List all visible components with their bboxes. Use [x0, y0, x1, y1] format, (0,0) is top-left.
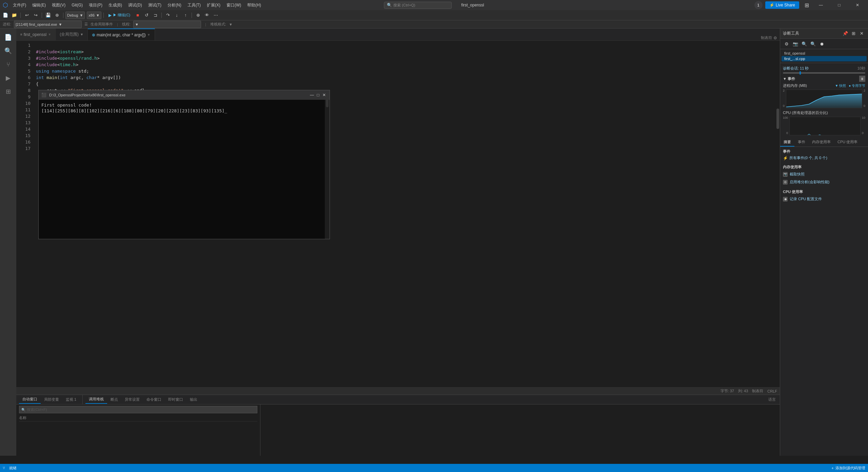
record-cpu-btn[interactable]: ⏺ 记录 CPU 配置文件	[780, 195, 868, 203]
menu-tools[interactable]: 工具(T)	[185, 2, 203, 9]
save-all-btn[interactable]: ⊕	[53, 11, 61, 19]
console-maximize-btn[interactable]: □	[315, 92, 321, 98]
layout-icon[interactable]: ⊞	[805, 2, 809, 8]
maximize-button[interactable]: □	[831, 0, 847, 10]
status-add-source[interactable]: ＋ 添加到源代码管理	[831, 466, 865, 471]
console-title-bar[interactable]: ⬛ D:\3_OpensslProject\bin\x86\first_open…	[39, 90, 330, 100]
live-share-button[interactable]: ⚡ Live Share	[765, 1, 799, 9]
activity-extensions[interactable]: ⊞	[2, 86, 14, 98]
exception-settings-tab[interactable]: 异常设置	[121, 396, 143, 403]
redo-btn[interactable]: ↪	[32, 11, 40, 19]
restart-btn[interactable]: ↺	[142, 11, 151, 19]
menu-view[interactable]: 视图(V)	[49, 2, 68, 9]
minimize-button[interactable]: —	[813, 0, 829, 10]
tab-first-openssl[interactable]: ≡ first_openssl ▼	[16, 29, 56, 40]
diagnostics-content: 诊断会话: 11 秒 10秒 ▼ 事件 ⏸	[780, 63, 868, 456]
menu-test[interactable]: 测试(T)	[145, 2, 164, 9]
search-bar[interactable]: 🔍 搜索(Ctrl+F)	[19, 406, 257, 413]
tab-scope[interactable]: (全局范围) ▼	[56, 29, 88, 40]
diagnostics-panel: 诊断工具 📌 ⊞ ✕ ⚙ 📷 🔍 🔍 ⏺ first_openssl first…	[780, 29, 868, 456]
immediate-window-tab[interactable]: 即时窗口	[165, 396, 186, 403]
watch1-tab[interactable]: 监视 1	[62, 396, 80, 403]
save-btn[interactable]: 💾	[44, 11, 52, 19]
heap-analysis-btn[interactable]: ⚙ 启用堆分析(会影响性能)	[780, 178, 868, 186]
menu-window[interactable]: 窗口(W)	[224, 2, 244, 9]
diag-search-btn[interactable]: 🔍	[801, 40, 808, 48]
diag-tab-summary[interactable]: 摘要	[780, 138, 794, 147]
console-scroll-thumb[interactable]	[326, 100, 329, 107]
menu-help[interactable]: 帮助(H)	[244, 2, 264, 9]
console-minimize-btn[interactable]: —	[309, 92, 315, 98]
activity-explorer[interactable]: 📄	[2, 31, 14, 43]
thread-dropdown[interactable]: ▼	[133, 21, 201, 28]
diag-tab-cpu-usage[interactable]: CPU 使用率	[834, 138, 861, 147]
menu-git[interactable]: Git(G)	[69, 2, 85, 8]
file-item-0[interactable]: first_openssl	[782, 51, 867, 56]
file-item-1[interactable]: first_...sl.cpp	[782, 56, 867, 61]
breakpoints-tab[interactable]: 断点	[107, 396, 121, 403]
tab2-label: main(int argc, char * argv[])	[97, 33, 146, 37]
menu-debug[interactable]: 调试(D)	[125, 2, 145, 9]
more-btn[interactable]: ⋯	[212, 11, 220, 19]
command-window-tab[interactable]: 命令窗口	[143, 396, 165, 403]
call-stack-tab[interactable]: 调用堆栈	[85, 395, 107, 404]
close-button[interactable]: ✕	[850, 0, 865, 10]
slider-thumb[interactable]	[800, 71, 801, 75]
debug-config-dropdown[interactable]: Debug ▼	[65, 12, 85, 19]
platform-dropdown[interactable]: x86 ▼	[87, 12, 101, 19]
activity-debug[interactable]: ▶	[2, 72, 14, 84]
menu-project[interactable]: 项目(P)	[86, 2, 105, 9]
menu-extensions[interactable]: 扩展(X)	[204, 2, 223, 9]
tab-main-func[interactable]: ⊕ main(int argc, char * argv[]) ▼	[88, 29, 155, 40]
memory-private-label: ● 专用字节	[849, 83, 865, 88]
continue-btn[interactable]: ▶ ▶ 继续(C)	[106, 11, 133, 19]
menu-build[interactable]: 生成(B)	[106, 2, 125, 9]
user-avatar[interactable]: 1	[754, 1, 763, 9]
lifecycle-icon: ☰	[84, 22, 88, 26]
open-folder-btn[interactable]: 📁	[10, 11, 18, 19]
breakpoint-btn[interactable]: ⊕	[194, 11, 202, 19]
diag-settings-btn[interactable]: ⚙	[783, 40, 790, 48]
diag-close-btn[interactable]: ✕	[858, 30, 865, 37]
local-vars-tab[interactable]: 局部变量	[41, 396, 62, 403]
diag-camera-btn[interactable]: 📷	[792, 40, 799, 48]
diagnostics-header: 诊断工具 📌 ⊞ ✕	[780, 29, 868, 39]
step-out-btn[interactable]: ↑	[181, 11, 190, 19]
undo-btn[interactable]: ↩	[23, 11, 31, 19]
step-over-btn[interactable]: ↷	[164, 11, 172, 19]
watch-btn[interactable]: 👁	[203, 11, 211, 19]
activity-search[interactable]: 🔍	[2, 45, 14, 57]
settings-icon[interactable]: ⚙	[773, 36, 777, 40]
scroll-thumb[interactable]	[776, 109, 779, 129]
step-into-btn[interactable]: ↓	[173, 11, 181, 19]
diag-tab-memory-usage[interactable]: 内存使用率	[809, 138, 834, 147]
console-scrollbar[interactable]	[325, 100, 330, 239]
vertical-scrollbar[interactable]	[776, 41, 780, 387]
cpu-usage-title: CPU 使用率	[780, 189, 868, 195]
take-snapshot-btn[interactable]: 📷 截取快照	[780, 170, 868, 178]
diag-tab-events[interactable]: 事件	[794, 138, 809, 147]
timeline-slider-container[interactable]	[780, 72, 868, 74]
output-tab[interactable]: 输出	[186, 396, 201, 403]
thread-label: 线程:	[122, 22, 131, 27]
stop-btn[interactable]: ■	[134, 11, 142, 19]
menu-file[interactable]: 文件(F)	[10, 2, 29, 9]
auto-window-tab[interactable]: 自动窗口	[19, 395, 41, 404]
center-right-area: ≡ first_openssl ▼ (全局范围) ▼ ⊕ main(int ar…	[16, 29, 868, 456]
diag-popout-btn[interactable]: ⊞	[850, 30, 857, 37]
diag-pin-btn[interactable]: 📌	[842, 30, 849, 37]
sep3	[63, 13, 63, 18]
diag-record-btn[interactable]: ⏺	[818, 40, 826, 48]
all-events-row: ⚡ 所有事件(0 个, 共 0 个)	[780, 155, 868, 161]
pause-events-btn[interactable]: ⏸	[859, 76, 865, 82]
process-dropdown[interactable]: [21148] first_openssl.exe ▼	[14, 21, 82, 28]
cpu-right-axis: 10 0	[862, 116, 865, 135]
activity-git[interactable]: ⑂	[2, 58, 14, 71]
diag-zoom-btn[interactable]: 🔍	[809, 40, 817, 48]
menu-edit[interactable]: 编辑(E)	[29, 2, 48, 9]
menu-analyze[interactable]: 分析(N)	[165, 2, 184, 9]
show-next-stmt-btn[interactable]: ⊐	[151, 11, 159, 19]
new-file-btn[interactable]: 📄	[1, 11, 9, 19]
title-search-box[interactable]: 🔍 搜索 (Ctrl+Q)	[384, 2, 452, 9]
live-share-label: Live Share	[776, 3, 795, 7]
